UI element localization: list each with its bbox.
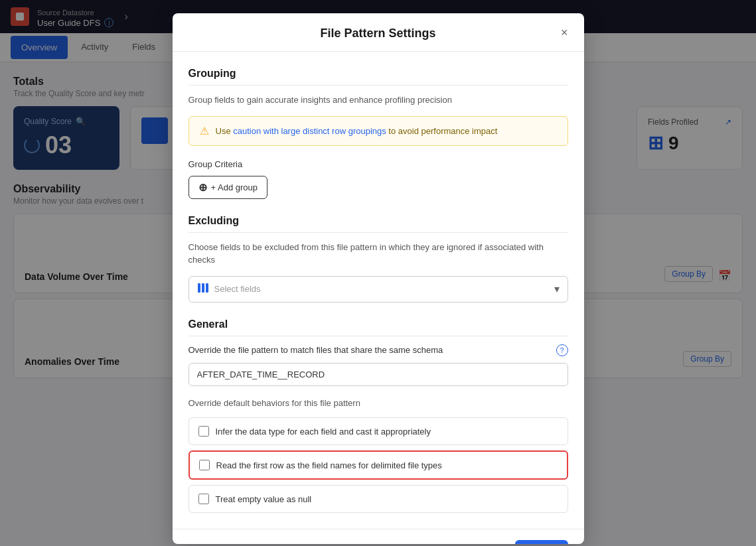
dropdown-arrow-icon: ▾: [554, 283, 560, 295]
cancel-button[interactable]: Cancel: [457, 541, 507, 544]
excluding-title: Excluding: [189, 215, 568, 227]
grouping-title: Grouping: [189, 68, 568, 80]
select-fields-placeholder: Select fields: [214, 284, 549, 294]
override-default-label: Override default behaviors for this file…: [189, 397, 568, 410]
fields-dropdown-icon: [197, 282, 209, 297]
override-input[interactable]: [189, 363, 568, 386]
general-title: General: [189, 318, 568, 330]
grouping-section: Grouping Group fields to gain accurate i…: [189, 68, 568, 199]
infer-type-label: Infer the data type for each field and c…: [216, 427, 431, 437]
checkbox-infer-type[interactable]: Infer the data type for each field and c…: [189, 417, 568, 445]
file-pattern-settings-modal: File Pattern Settings × Grouping Group f…: [173, 13, 584, 544]
warning-icon: ⚠: [200, 125, 209, 137]
svg-rect-1: [198, 283, 200, 293]
empty-null-label: Treat empty value as null: [216, 494, 312, 504]
first-row-label: Read the first row as the field names fo…: [216, 460, 442, 470]
warning-text: Use caution with large distinct row grou…: [216, 126, 498, 136]
plus-circle-icon: ⊕: [198, 181, 207, 194]
checkbox-first-row[interactable]: Read the first row as the field names fo…: [189, 450, 568, 480]
override-row: Override the file pattern to match files…: [189, 344, 568, 356]
general-section: General Override the file pattern to mat…: [189, 318, 568, 513]
warning-link[interactable]: caution with large distinct row grouping…: [233, 126, 386, 136]
empty-null-checkbox[interactable]: [198, 494, 209, 504]
excluding-section: Excluding Choose fields to be excluded f…: [189, 215, 568, 303]
infer-type-checkbox[interactable]: [198, 426, 209, 437]
group-criteria-label: Group Criteria: [189, 159, 568, 169]
grouping-description: Group fields to gain accurate insights a…: [189, 94, 568, 107]
excluding-divider: [189, 232, 568, 233]
warning-banner: ⚠ Use caution with large distinct row gr…: [189, 116, 568, 146]
save-button[interactable]: Save: [515, 540, 568, 544]
add-group-label: + Add group: [211, 182, 258, 192]
grouping-divider: [189, 85, 568, 86]
general-divider: [189, 336, 568, 336]
first-row-checkbox[interactable]: [199, 460, 210, 470]
select-fields-dropdown[interactable]: Select fields ▾: [189, 276, 568, 303]
modal-title: File Pattern Settings: [320, 27, 435, 40]
modal-header: File Pattern Settings ×: [173, 13, 584, 52]
modal-footer: Cancel Save: [173, 529, 584, 544]
svg-rect-2: [202, 283, 204, 293]
override-label: Override the file pattern to match files…: [189, 345, 443, 355]
svg-rect-3: [206, 283, 208, 293]
modal-body: Grouping Group fields to gain accurate i…: [173, 52, 584, 529]
checkbox-empty-null[interactable]: Treat empty value as null: [189, 485, 568, 513]
close-button[interactable]: ×: [558, 24, 571, 41]
excluding-description: Choose fields to be excluded from this f…: [189, 241, 568, 267]
add-group-button[interactable]: ⊕ + Add group: [189, 176, 267, 199]
modal-overlay: File Pattern Settings × Grouping Group f…: [0, 0, 756, 546]
checkbox-group: Infer the data type for each field and c…: [189, 417, 568, 513]
help-icon[interactable]: ?: [556, 344, 568, 356]
